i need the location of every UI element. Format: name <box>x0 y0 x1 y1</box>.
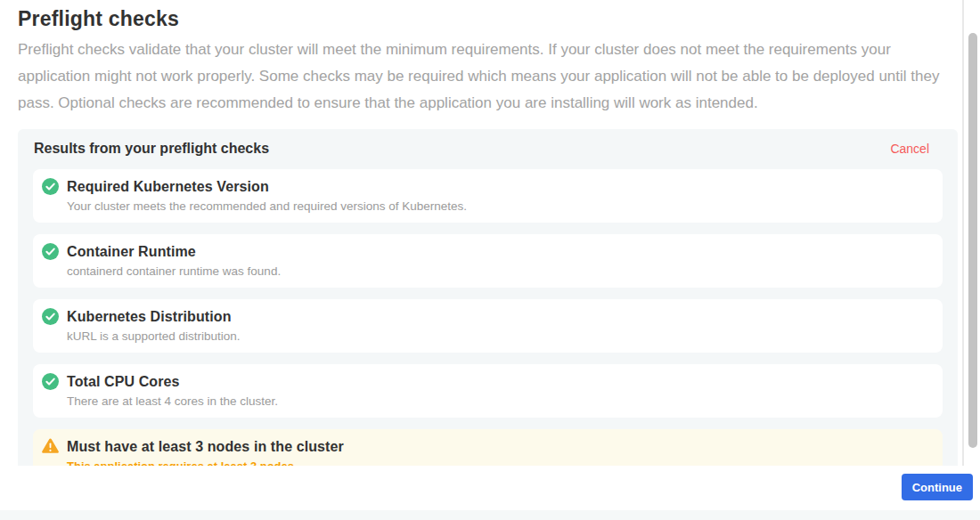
check-message: There are at least 4 cores in the cluste… <box>67 394 934 410</box>
footer-strip <box>0 510 980 520</box>
check-circle-icon <box>42 373 59 390</box>
page-header: Preflight checks Preflight checks valida… <box>18 5 950 117</box>
check-title: Required Kubernetes Version <box>67 177 934 197</box>
footer-bar: Continue <box>0 466 980 520</box>
preflight-results-panel: Results from your preflight checks Cance… <box>18 129 958 498</box>
cancel-link[interactable]: Cancel <box>890 142 929 156</box>
check-message: Your cluster meets the recommended and r… <box>67 199 934 215</box>
check-title: Kubernetes Distribution <box>67 307 934 327</box>
check-message: kURL is a supported distribution. <box>67 329 934 345</box>
check-circle-icon <box>42 178 59 195</box>
page-title: Preflight checks <box>18 5 950 32</box>
continue-button[interactable]: Continue <box>902 474 973 500</box>
preflight-check-row: Container Runtime containerd container r… <box>33 234 943 288</box>
panel-title: Results from your preflight checks <box>34 141 269 157</box>
check-title: Must have at least 3 nodes in the cluste… <box>67 437 934 457</box>
scrollbar-thumb[interactable] <box>968 33 977 448</box>
preflight-check-list: Required Kubernetes Version Your cluster… <box>33 169 943 483</box>
warning-triangle-icon <box>42 438 59 455</box>
preflight-check-row: Kubernetes Distribution kURL is a suppor… <box>33 299 943 353</box>
preflight-checks-page: Preflight checks Preflight checks valida… <box>0 0 980 520</box>
check-circle-icon <box>42 308 59 325</box>
preflight-check-row: Required Kubernetes Version Your cluster… <box>33 169 943 223</box>
check-circle-icon <box>42 243 59 260</box>
check-message: containerd container runtime was found. <box>67 264 934 280</box>
preflight-check-row: Total CPU Cores There are at least 4 cor… <box>33 364 943 418</box>
check-title: Container Runtime <box>67 242 934 262</box>
content-divider <box>962 0 964 520</box>
page-description: Preflight checks validate that your clus… <box>18 37 950 117</box>
check-title: Total CPU Cores <box>67 372 934 392</box>
panel-header: Results from your preflight checks Cance… <box>33 140 943 158</box>
